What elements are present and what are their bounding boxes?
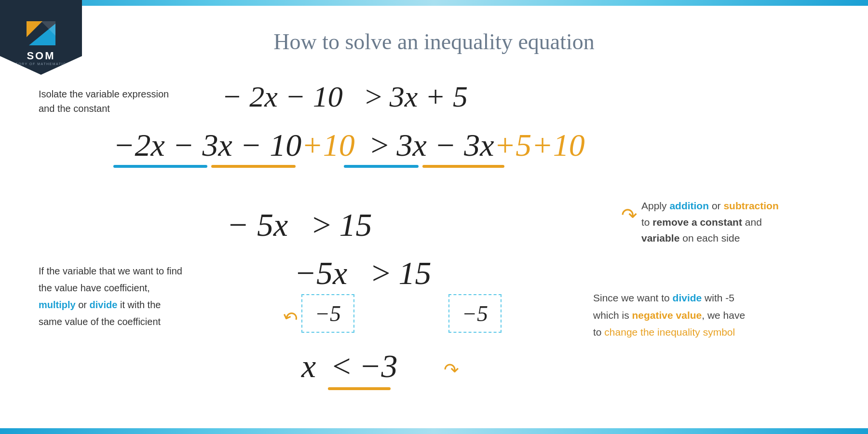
step3-equation: − 5x > 15 <box>227 206 372 244</box>
divide-boxes-container: −5 −5 <box>301 294 502 333</box>
arrow-divide: ↷ <box>279 305 300 330</box>
arrow-final: ↷ <box>444 359 459 380</box>
step1-equation: − 2x − 10 > 3x + 5 <box>222 80 468 114</box>
since-negative: negative value <box>632 310 702 321</box>
logo-subtext: STORY OF MATHEMATICS <box>13 62 69 66</box>
page-title: How to solve an inequality equation <box>0 29 868 54</box>
arrow-apply: ↷ <box>621 204 637 227</box>
final-equation: x < −3 <box>301 347 397 385</box>
divide-value-left: −5 <box>315 301 341 326</box>
divide-box-left: −5 <box>301 294 354 333</box>
step2-equation: −2x − 3x − 10+10 > 3x − 3x+5+10 <box>113 127 585 163</box>
underline-orange-2 <box>422 165 504 168</box>
step2-underlines <box>113 165 504 168</box>
main-content: Isolate the variable expression and the … <box>39 75 844 424</box>
bottom-stripe <box>0 428 868 434</box>
since-change: change the inequality symbol <box>604 326 735 338</box>
divide-value-right: −5 <box>462 301 488 326</box>
underline-orange-1 <box>211 165 296 168</box>
apply-subtraction: subtraction <box>723 200 778 211</box>
divide-box-right: −5 <box>448 294 502 333</box>
since-divide: divide <box>673 292 702 303</box>
underline-blue-1 <box>113 165 207 168</box>
apply-addition: addition <box>669 200 709 211</box>
underline-blue-2 <box>344 165 419 168</box>
remove-constant: remove a constant <box>652 217 742 228</box>
apply-variable: variable <box>641 232 679 244</box>
step4-equation: −5x > 15 <box>294 254 431 292</box>
multiply-label: multiply <box>39 299 76 310</box>
apply-note: Apply addition or subtraction to remove … <box>641 198 844 246</box>
step4-label: If the variable that we want to find the… <box>39 263 222 330</box>
step1-label: Isolate the variable expression and the … <box>39 87 203 116</box>
divide-label: divide <box>90 299 118 310</box>
top-stripe <box>0 0 868 6</box>
since-note: Since we want to divide with -5 which is… <box>593 289 844 341</box>
final-underline <box>328 387 391 390</box>
